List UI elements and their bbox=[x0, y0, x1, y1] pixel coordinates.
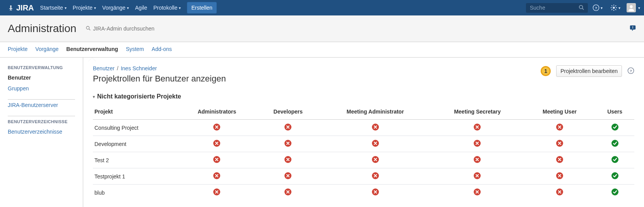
navbar-right: ? ▾ ▾ ▾ bbox=[526, 2, 640, 14]
page-title: Projektrollen für Benutzer anzeigen bbox=[93, 74, 226, 84]
role-cell bbox=[257, 185, 320, 201]
role-cell bbox=[257, 136, 320, 152]
role-cell bbox=[524, 152, 596, 168]
settings-menu[interactable]: ▾ bbox=[607, 2, 623, 14]
project-name-cell: Test 2 bbox=[93, 152, 177, 168]
admin-tab-projekte[interactable]: Projekte bbox=[8, 42, 27, 57]
role-cell bbox=[257, 168, 320, 185]
cross-icon bbox=[474, 156, 481, 163]
nav-items: Startseite▾Projekte▾Vorgänge▾AgileProtok… bbox=[37, 1, 184, 15]
chevron-down-icon: ▾ bbox=[94, 6, 96, 10]
svg-text:!: ! bbox=[632, 25, 634, 29]
admin-tabs: ProjekteVorgängeBenutzerverwaltungSystem… bbox=[0, 42, 644, 58]
jira-logo[interactable]: JIRA bbox=[4, 3, 37, 12]
breadcrumb-link[interactable]: Ines Schneider bbox=[121, 65, 157, 71]
admin-search[interactable]: JIRA-Admin durchsuchen bbox=[86, 25, 154, 32]
chevron-down-icon: ▾ bbox=[179, 6, 181, 10]
table-row: Testprojekt 1 bbox=[93, 168, 634, 185]
svg-point-5 bbox=[613, 7, 615, 8]
role-cell bbox=[595, 136, 634, 152]
sidebar-group: JIRA-Benutzerserver bbox=[8, 99, 75, 110]
feedback-icon[interactable]: ! bbox=[629, 25, 636, 33]
jira-logo-icon bbox=[7, 4, 15, 12]
role-cell bbox=[595, 168, 634, 185]
svg-point-33 bbox=[611, 140, 618, 147]
cross-icon bbox=[372, 156, 379, 163]
admin-tab-system[interactable]: System bbox=[126, 42, 144, 57]
cross-icon bbox=[213, 156, 220, 163]
project-roles-table: ProjektAdministratorsDevelopersMeeting A… bbox=[93, 105, 634, 200]
sidebar-item-gruppen[interactable]: Gruppen bbox=[8, 83, 75, 94]
sidebar-heading: BENUTZERVERWALTUNG bbox=[8, 65, 75, 72]
column-header: Administrators bbox=[177, 105, 256, 120]
cross-icon bbox=[372, 140, 379, 147]
svg-line-10 bbox=[611, 5, 612, 6]
admin-title: Administration bbox=[8, 22, 76, 35]
help-icon: ? bbox=[593, 4, 599, 11]
search-icon bbox=[579, 5, 584, 11]
navbar-search[interactable] bbox=[526, 3, 588, 13]
jira-logo-text: JIRA bbox=[16, 3, 34, 12]
role-cell bbox=[320, 136, 431, 152]
role-cell bbox=[177, 168, 256, 185]
table-row: Development bbox=[93, 136, 634, 152]
sidebar-item-jira-benutzerserver[interactable]: JIRA-Benutzerserver bbox=[8, 100, 75, 110]
nav-item-projekte[interactable]: Projekte▾ bbox=[70, 1, 99, 15]
cross-icon bbox=[474, 188, 481, 195]
sidebar-item-benutzer[interactable]: Benutzer bbox=[8, 72, 75, 83]
svg-point-51 bbox=[611, 188, 618, 195]
breadcrumb-link[interactable]: Benutzer bbox=[93, 65, 115, 71]
edit-project-roles-button[interactable]: Projektrollen bearbeiten bbox=[556, 65, 622, 77]
project-name-cell: blub bbox=[93, 185, 177, 201]
cross-icon bbox=[556, 140, 563, 147]
role-cell bbox=[524, 185, 596, 201]
cross-icon bbox=[284, 172, 291, 179]
navbar-search-input[interactable] bbox=[530, 5, 579, 11]
svg-point-15 bbox=[630, 5, 632, 8]
cross-icon bbox=[556, 188, 563, 195]
help-icon[interactable]: ? bbox=[627, 67, 634, 75]
role-cell bbox=[431, 168, 524, 185]
svg-line-11 bbox=[615, 9, 616, 10]
collapse-icon[interactable]: ▾ bbox=[93, 95, 95, 99]
svg-text:?: ? bbox=[630, 68, 632, 73]
role-cell bbox=[320, 152, 431, 168]
role-cell bbox=[257, 152, 320, 168]
notification-badge: 1 bbox=[541, 66, 551, 76]
user-avatar[interactable] bbox=[627, 3, 636, 12]
check-icon bbox=[611, 140, 618, 147]
role-cell bbox=[257, 120, 320, 136]
cross-icon bbox=[284, 156, 291, 163]
create-button[interactable]: Erstellen bbox=[187, 2, 216, 14]
svg-line-13 bbox=[615, 5, 616, 6]
admin-tab-add-ons[interactable]: Add-ons bbox=[152, 42, 172, 57]
nav-item-startseite[interactable]: Startseite▾ bbox=[37, 1, 70, 15]
section-title: ▾ Nicht kategorisierte Projekte bbox=[93, 93, 634, 100]
svg-point-16 bbox=[87, 26, 90, 29]
svg-point-45 bbox=[611, 172, 618, 179]
nav-item-protokolle[interactable]: Protokolle▾ bbox=[150, 1, 184, 15]
admin-tab-benutzerverwaltung[interactable]: Benutzerverwaltung bbox=[66, 42, 118, 57]
nav-item-vorgänge[interactable]: Vorgänge▾ bbox=[99, 1, 132, 15]
sidebar-item-benutzerverzeichnisse[interactable]: Benutzerverzeichnisse bbox=[8, 126, 75, 137]
cross-icon bbox=[372, 188, 379, 195]
check-icon bbox=[611, 124, 618, 131]
svg-line-2 bbox=[582, 8, 584, 10]
svg-point-1 bbox=[579, 5, 583, 8]
svg-line-17 bbox=[89, 29, 90, 30]
admin-tab-vorgänge[interactable]: Vorgänge bbox=[35, 42, 58, 57]
cross-icon bbox=[556, 172, 563, 179]
cross-icon bbox=[474, 172, 481, 179]
role-cell bbox=[524, 136, 596, 152]
check-icon bbox=[611, 172, 618, 179]
chevron-down-icon: ▾ bbox=[601, 6, 603, 10]
section-title-text: Nicht kategorisierte Projekte bbox=[97, 93, 181, 100]
help-menu[interactable]: ? ▾ bbox=[589, 2, 606, 14]
check-icon bbox=[611, 156, 618, 163]
column-header: Meeting Secretary bbox=[431, 105, 524, 120]
role-cell bbox=[431, 152, 524, 168]
cross-icon bbox=[213, 140, 220, 147]
gear-icon bbox=[610, 4, 617, 11]
nav-item-agile[interactable]: Agile bbox=[132, 1, 150, 15]
project-name-cell: Development bbox=[93, 136, 177, 152]
